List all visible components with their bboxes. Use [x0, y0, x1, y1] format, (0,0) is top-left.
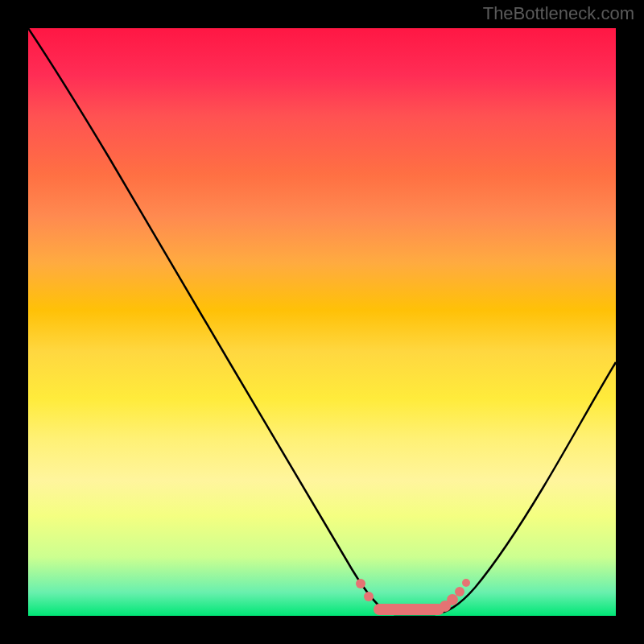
optimal-zone-highlight — [28, 28, 616, 616]
highlight-dot — [455, 587, 464, 597]
highlight-dot — [364, 592, 374, 601]
watermark-text: TheBottleneck.com — [483, 3, 634, 24]
highlight-dot — [462, 579, 470, 587]
highlight-dot — [447, 594, 458, 605]
highlight-dot — [356, 579, 365, 588]
plot-area — [28, 28, 616, 616]
